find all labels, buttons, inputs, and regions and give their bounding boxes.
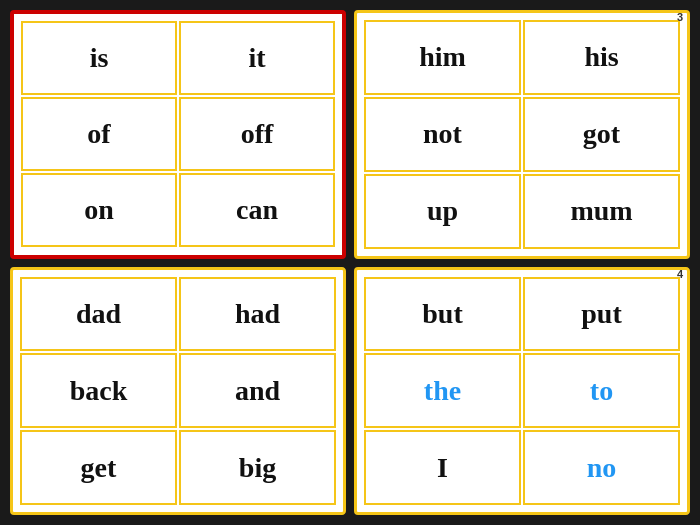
word-cell: can [179, 173, 335, 247]
word-cell: got [523, 97, 680, 172]
word-cell: is [21, 21, 177, 95]
card-1: isitofoffoncan [10, 10, 346, 259]
card-4: 4butputthetoIno [354, 267, 690, 516]
word-cell: him [364, 20, 521, 95]
word-cell: get [20, 430, 177, 505]
word-cell: on [21, 173, 177, 247]
word-cell: of [21, 97, 177, 171]
card-3: dadhadbackandgetbig [10, 267, 346, 516]
word-cell: but [364, 277, 521, 352]
word-cell: his [523, 20, 680, 95]
card-number: 4 [677, 268, 683, 280]
word-cell: no [523, 430, 680, 505]
word-cell: dad [20, 277, 177, 352]
word-cell: I [364, 430, 521, 505]
card-number: 3 [677, 11, 683, 23]
word-cell: up [364, 174, 521, 249]
word-cell: and [179, 353, 336, 428]
word-cell: the [364, 353, 521, 428]
word-cell: put [523, 277, 680, 352]
word-cell: back [20, 353, 177, 428]
word-cell: big [179, 430, 336, 505]
word-cell: to [523, 353, 680, 428]
card-2: 3himhisnotgotupmum [354, 10, 690, 259]
word-cell: it [179, 21, 335, 95]
word-cell: off [179, 97, 335, 171]
word-cell: had [179, 277, 336, 352]
word-cell: not [364, 97, 521, 172]
word-cell: mum [523, 174, 680, 249]
main-grid: isitofoffoncan3himhisnotgotupmumdadhadba… [0, 0, 700, 525]
